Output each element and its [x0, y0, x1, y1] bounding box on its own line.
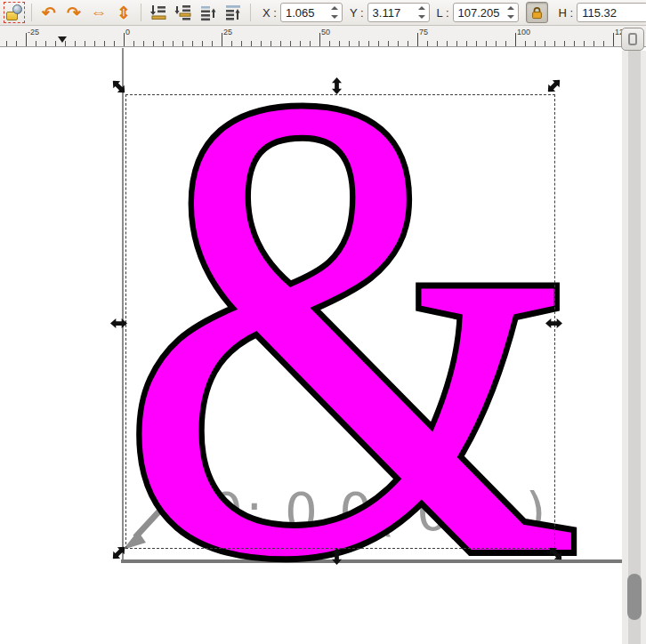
padlock-icon: [529, 5, 545, 20]
tool-controls-bar: ↶ ↷ ⇔ ⇕: [0, 0, 646, 26]
selection-handle-middle-left[interactable]: [110, 318, 127, 329]
vertical-scrollbar[interactable]: [622, 51, 646, 644]
selector-tool-indicator-icon[interactable]: [4, 2, 25, 23]
scrollbar-thumb[interactable]: [627, 574, 642, 620]
height-field-label: H :: [559, 6, 574, 20]
x-spinner[interactable]: [329, 4, 340, 20]
selection-handle-bottom-center[interactable]: [331, 548, 343, 565]
ruler-tick: [515, 33, 516, 46]
ruler-label: 100: [517, 28, 530, 36]
page-left-border: [122, 48, 124, 561]
lower-to-bottom-button[interactable]: [149, 4, 168, 21]
rotate-cw-button[interactable]: ↷: [61, 2, 86, 23]
height-input[interactable]: [577, 4, 633, 20]
toolbar-separator: [141, 4, 141, 21]
width-spinner[interactable]: [505, 4, 516, 20]
sticky-zoom-icon: [628, 33, 637, 45]
selection-sphere-icon: [12, 4, 22, 14]
ruler-tick: [417, 33, 418, 46]
x-field-label: X :: [262, 6, 277, 20]
raise-one-step-button[interactable]: [198, 4, 218, 21]
ruler-label: 50: [321, 28, 330, 36]
sticky-zoom-button[interactable]: [621, 28, 644, 51]
ruler-tick: [613, 33, 614, 46]
flip-vertical-button[interactable]: ⇕: [111, 2, 136, 23]
height-field: [577, 3, 646, 22]
ruler-tick: [222, 33, 222, 46]
y-field: [367, 3, 430, 22]
ruler-label: 25: [223, 28, 232, 36]
toolbar-separator: [31, 4, 32, 21]
flip-horizontal-button[interactable]: ⇔: [86, 2, 111, 23]
rotate-ccw-button[interactable]: ↶: [36, 2, 61, 23]
y-spinner[interactable]: [416, 4, 427, 20]
x-input[interactable]: [281, 4, 327, 20]
ruler-label: 75: [419, 28, 428, 36]
width-field-label: L :: [437, 6, 449, 20]
ruler-pointer-marker: [58, 36, 67, 43]
raise-to-top-button[interactable]: [223, 4, 243, 21]
page-bottom-border: [121, 559, 622, 563]
selection-handle-top-right[interactable]: [544, 76, 564, 96]
lock-ratio-button[interactable]: [526, 2, 548, 23]
ruler-tick: [26, 33, 27, 46]
selection-bounding-box: [125, 94, 555, 549]
horizontal-ruler[interactable]: -25 0 25 50 75 100 125: [0, 26, 646, 47]
width-input[interactable]: [454, 4, 504, 20]
ruler-tick: [319, 33, 320, 46]
selection-handle-middle-right[interactable]: [545, 318, 562, 329]
inkscape-window: ↶ ↷ ⇔ ⇕: [0, 0, 646, 644]
ruler-tick: [124, 33, 125, 46]
width-field: [453, 3, 519, 22]
x-field: [280, 3, 343, 22]
selection-handle-top-center[interactable]: [331, 77, 343, 94]
scrollbar-track[interactable]: [628, 51, 641, 644]
toolbar-separator: [250, 4, 251, 21]
ruler-label: 0: [125, 28, 130, 36]
y-input[interactable]: [368, 4, 415, 20]
y-field-label: Y :: [350, 6, 364, 20]
lower-one-step-button[interactable]: [174, 4, 193, 21]
canvas-area[interactable]: 0: 0,0( 0,0 ) &: [0, 48, 646, 644]
ruler-label: -25: [28, 28, 39, 36]
